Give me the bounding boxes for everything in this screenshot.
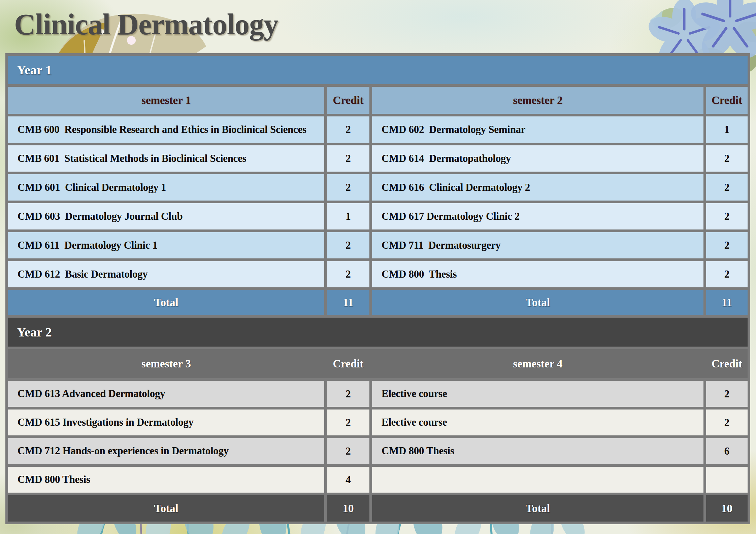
year2-total-credits-left: 10 <box>327 495 369 522</box>
credit-cell: 6 <box>706 438 748 464</box>
semester2-header: semester 2 <box>372 87 703 114</box>
course-cell: CMD 603 Dermatology Journal Club <box>8 203 324 229</box>
year1-total-label-left: Total <box>8 290 324 315</box>
credit-cell: 2 <box>706 174 748 201</box>
course-cell: CMD 613 Advanced Dermatology <box>8 381 324 407</box>
course-cell: CMD 800 Thesis <box>8 467 324 493</box>
course-cell: CMD 616 Clinical Dermatology 2 <box>372 174 703 201</box>
credit-cell: 2 <box>706 145 748 172</box>
course-cell <box>372 467 703 493</box>
year2-header-band: semester 3 Credit semester 4 Credit <box>8 349 748 378</box>
credit-cell <box>706 467 748 493</box>
course-cell: Elective course <box>372 410 703 435</box>
credit-cell: 2 <box>706 261 748 287</box>
year2-total-label-right: Total <box>372 495 703 522</box>
curriculum-table: Year 1 semester 1 Credit semester 2 Cred… <box>5 53 750 524</box>
course-cell: CMD 602 Dermatology Seminar <box>372 116 703 143</box>
credit-header: Credit <box>327 87 369 114</box>
credit-cell: 2 <box>706 410 748 435</box>
credit-cell: 2 <box>327 232 369 258</box>
semester3-header: semester 3 <box>8 349 324 378</box>
semester4-header: semester 4 <box>372 349 703 378</box>
course-cell: CMD 800 Thesis <box>372 438 703 464</box>
course-cell: CMD 617 Dermatology Clinic 2 <box>372 203 703 229</box>
year2-total-label-left: Total <box>8 495 324 522</box>
credit-cell: 2 <box>327 438 369 464</box>
course-cell: CMB 600 Responsible Research and Ethics … <box>8 116 324 143</box>
credit-header: Credit <box>706 87 748 114</box>
year2-total-credits-right: 10 <box>706 495 748 522</box>
course-cell: CMD 601 Clinical Dermatology 1 <box>8 174 324 201</box>
year2-banner: Year 2 <box>8 318 748 347</box>
course-cell: CMD 612 Basic Dermatology <box>8 261 324 287</box>
credit-cell: 4 <box>327 467 369 493</box>
credit-cell: 2 <box>327 410 369 435</box>
course-cell: CMD 800 Thesis <box>372 261 703 287</box>
year1-banner: Year 1 <box>8 56 748 84</box>
credit-cell: 2 <box>327 381 369 407</box>
credit-cell: 1 <box>706 116 748 143</box>
course-cell: CMD 712 Hands-on experiences in Dermatol… <box>8 438 324 464</box>
credit-cell: 2 <box>327 174 369 201</box>
course-cell: CMD 711 Dermatosurgery <box>372 232 703 258</box>
year1-total-credits-right: 11 <box>706 290 748 315</box>
credit-cell: 2 <box>327 261 369 287</box>
credit-cell: 2 <box>327 116 369 143</box>
credit-cell: 1 <box>327 203 369 229</box>
course-cell: CMD 614 Dermatopathology <box>372 145 703 172</box>
credit-header: Credit <box>706 349 748 378</box>
course-cell: CMD 611 Dermatology Clinic 1 <box>8 232 324 258</box>
credit-cell: 2 <box>327 145 369 172</box>
year1-total-credits-left: 11 <box>327 290 369 315</box>
credit-cell: 2 <box>706 232 748 258</box>
year1-total-label-right: Total <box>372 290 703 315</box>
page-title: Clinical Dermatology <box>14 7 278 41</box>
course-cell: CMB 601 Statistical Methods in Bioclinic… <box>8 145 324 172</box>
credit-header: Credit <box>327 349 369 378</box>
course-cell: Elective course <box>372 381 703 407</box>
semester1-header: semester 1 <box>8 87 324 114</box>
credit-cell: 2 <box>706 381 748 407</box>
course-cell: CMD 615 Investigations in Dermatology <box>8 410 324 435</box>
credit-cell: 2 <box>706 203 748 229</box>
